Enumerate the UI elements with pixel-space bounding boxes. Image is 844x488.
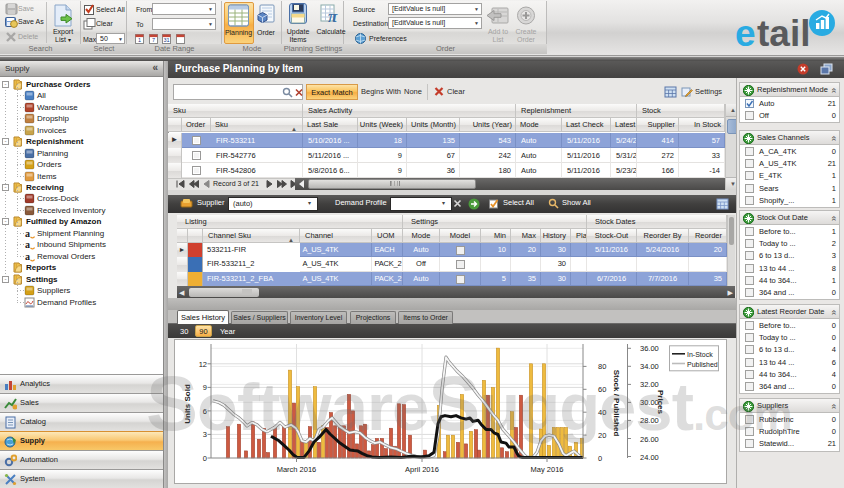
svg-text:May 2016: May 2016 bbox=[531, 465, 564, 474]
svg-text:9: 9 bbox=[203, 383, 207, 392]
svg-text:March 2016: March 2016 bbox=[277, 465, 317, 474]
svg-text:a: a bbox=[25, 239, 30, 250]
svg-text:60: 60 bbox=[598, 385, 606, 394]
svg-text:tail: tail bbox=[757, 13, 810, 52]
svg-text:Stock / Published: Stock / Published bbox=[612, 370, 621, 437]
svg-text:40: 40 bbox=[598, 408, 606, 417]
svg-text:31: 31 bbox=[163, 37, 169, 43]
svg-text:π: π bbox=[328, 7, 338, 26]
svg-text:20: 20 bbox=[598, 431, 606, 440]
svg-text:7: 7 bbox=[151, 37, 154, 43]
svg-text:24.00: 24.00 bbox=[640, 453, 659, 462]
svg-text:a: a bbox=[25, 228, 30, 239]
svg-text:Units Sold: Units Sold bbox=[183, 384, 192, 424]
svg-text:1: 1 bbox=[138, 37, 141, 43]
svg-text:28.00: 28.00 bbox=[640, 416, 659, 425]
svg-text:Prices: Prices bbox=[656, 390, 665, 415]
svg-text:April 2016: April 2016 bbox=[405, 465, 439, 474]
svg-text:Published: Published bbox=[687, 361, 718, 368]
svg-text:a: a bbox=[25, 251, 30, 262]
svg-text:36.00: 36.00 bbox=[640, 344, 659, 353]
svg-text:0: 0 bbox=[203, 454, 207, 463]
svg-text:3: 3 bbox=[203, 430, 207, 439]
svg-text:80: 80 bbox=[598, 362, 606, 371]
svg-text:32.00: 32.00 bbox=[640, 380, 659, 389]
svg-text:e: e bbox=[735, 13, 756, 52]
svg-text:30.00: 30.00 bbox=[640, 398, 659, 407]
svg-text:0: 0 bbox=[598, 454, 602, 463]
svg-text:34.00: 34.00 bbox=[640, 362, 659, 371]
svg-text:26.00: 26.00 bbox=[640, 435, 659, 444]
svg-text:In-Stock: In-Stock bbox=[687, 351, 713, 358]
svg-text:12: 12 bbox=[199, 360, 207, 369]
svg-text:6: 6 bbox=[203, 407, 207, 416]
